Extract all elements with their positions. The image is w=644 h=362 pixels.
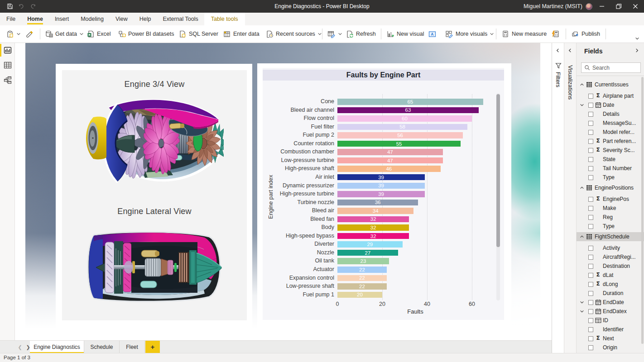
bar-low-pressure-turbine[interactable]: 47 [337, 157, 443, 164]
bar-bleed-air-channel[interactable]: 63 [337, 107, 479, 114]
bar-high-pressure-turbine[interactable]: 39 [337, 191, 425, 197]
field-checkbox[interactable] [588, 336, 593, 341]
field-row-dlat[interactable]: ΣdLat [577, 271, 644, 280]
bar-fuel-pump-1[interactable]: 20 [337, 292, 382, 298]
ribbon-tab-insert[interactable]: Insert [49, 13, 75, 25]
ribbon-button-text-box[interactable] [428, 25, 437, 43]
bar-fuel-pump-2[interactable]: 56 [337, 132, 463, 138]
bar-high-speed-bypass[interactable]: 32 [337, 233, 409, 239]
previous-page-chevron[interactable]: ❮ [16, 341, 24, 353]
bar-turbine-nozzle[interactable]: 36 [337, 200, 418, 206]
ribbon-button-excel[interactable]: Excel [87, 25, 111, 43]
table-row-currentissues[interactable]: CurrentIssues [577, 80, 644, 89]
model-view-button[interactable] [4, 76, 12, 84]
ribbon-tab-external-tools[interactable]: External Tools [157, 13, 204, 25]
bar-diverter[interactable]: 29 [337, 241, 403, 248]
close-button[interactable] [627, 0, 644, 13]
ribbon-tab-help[interactable]: Help [134, 13, 157, 25]
field-row-aircraftregi-[interactable]: AircraftRegi... [577, 252, 644, 262]
field-row-model-refer-[interactable]: Model refer... [577, 128, 644, 137]
field-checkbox[interactable] [588, 273, 593, 278]
ribbon-tab-view[interactable]: View [110, 13, 134, 25]
faults-bar-chart[interactable]: Faults by Engine Part Engine part index … [263, 68, 504, 320]
engine-views-card[interactable]: Engine 3/4 View [56, 64, 252, 340]
field-checkbox[interactable] [588, 246, 593, 251]
field-row-enddate[interactable]: EndDate [577, 298, 644, 307]
field-checkbox[interactable] [588, 197, 593, 202]
visualizations-pane-collapsed[interactable]: Visualizations [564, 43, 576, 353]
field-checkbox[interactable] [588, 327, 593, 332]
field-row-messagesu-[interactable]: MessageSu... [577, 119, 644, 128]
field-row-identifier[interactable]: Identifier [577, 325, 644, 334]
field-row-severity-sc-[interactable]: ΣSeverity Sc... [577, 146, 644, 155]
field-checkbox[interactable] [588, 291, 593, 296]
field-row-next[interactable]: ΣNext [577, 334, 644, 343]
collapse-ribbon-chevron[interactable] [635, 36, 639, 41]
chart-scrollbar-thumb[interactable] [496, 94, 500, 247]
restore-button[interactable] [610, 0, 627, 13]
field-row-id[interactable]: ID [577, 316, 644, 325]
field-checkbox[interactable] [588, 255, 593, 260]
field-checkbox[interactable] [588, 94, 593, 99]
field-checkbox[interactable] [588, 139, 593, 144]
ribbon-tab-home[interactable]: Home [21, 13, 49, 25]
field-checkbox[interactable] [588, 206, 593, 211]
chevron-down-icon[interactable] [580, 309, 584, 314]
field-checkbox[interactable] [588, 175, 593, 180]
field-checkbox[interactable] [588, 121, 593, 126]
field-checkbox[interactable] [588, 345, 593, 350]
bar-body[interactable]: 32 [337, 224, 409, 231]
page-tab-fleet[interactable]: Fleet [120, 341, 145, 353]
expand-visualizations-chevron[interactable] [567, 48, 572, 53]
bar-bleed-fan[interactable]: 32 [337, 216, 409, 223]
ribbon-button-new-visual[interactable]: New visual [387, 25, 424, 43]
field-checkbox[interactable] [588, 309, 593, 314]
field-row-dlong[interactable]: ΣdLong [577, 280, 644, 289]
ribbon-button-new-measure[interactable]: New measure [502, 25, 547, 43]
bar-combustion-chamber[interactable]: 47 [337, 149, 443, 155]
field-checkbox[interactable] [588, 318, 593, 323]
ribbon-tab-modeling[interactable]: Modeling [75, 13, 110, 25]
ribbon-button-enter-data[interactable]: Enter data [223, 25, 260, 43]
field-checkbox[interactable] [588, 166, 593, 171]
chevron-down-icon[interactable] [580, 300, 584, 305]
bar-oil-tank[interactable]: 23 [337, 258, 389, 264]
page-tab-engine-diagnostics[interactable]: Engine Diagnostics [30, 341, 84, 353]
bar-actuator[interactable]: 22 [337, 267, 387, 273]
field-row-details[interactable]: Details [577, 110, 644, 119]
field-checkbox[interactable] [588, 282, 593, 287]
ribbon-button-power-bi-datasets[interactable]: Power BI datasets [118, 25, 174, 43]
signed-in-user[interactable]: Miguel Martinez (MSIT) [524, 0, 582, 13]
field-checkbox[interactable] [588, 103, 593, 108]
page-tab-schedule[interactable]: Schedule [84, 341, 120, 353]
ribbon-button-transform-data[interactable] [327, 25, 342, 43]
chart-scrollbar[interactable] [496, 93, 500, 300]
field-checkbox[interactable] [588, 130, 593, 135]
field-row-airplane-part[interactable]: ΣAirplane part [577, 91, 644, 100]
faults-chart-card[interactable]: Faults by Engine Part Engine part index … [257, 63, 511, 340]
field-row-enddatex[interactable]: EndDatex [577, 307, 644, 316]
bar-flow-control[interactable]: 60 [337, 115, 472, 122]
field-row-destination[interactable]: Destination [577, 262, 644, 271]
ribbon-button-more-visuals[interactable]: More visuals [445, 25, 494, 43]
report-view-button[interactable] [4, 46, 12, 54]
ribbon-tab-table-tools[interactable]: Table tools [204, 13, 245, 25]
field-row-make[interactable]: Make [577, 204, 644, 213]
chevron-up-icon[interactable] [580, 234, 584, 239]
table-row-enginepositions[interactable]: EnginePositions [577, 183, 644, 192]
fields-search-box[interactable]: Search [581, 62, 641, 73]
bar-bleed-air[interactable]: 34 [337, 208, 413, 214]
ribbon-button-publish[interactable]: Publish [572, 25, 600, 43]
ribbon-button-quick-measure[interactable] [552, 25, 559, 43]
field-row-type[interactable]: Type [577, 222, 644, 231]
bar-expansion-control[interactable]: 22 [337, 275, 387, 281]
ribbon-button-refresh[interactable]: Refresh [346, 25, 376, 43]
field-row-tail-number[interactable]: Tail Number [577, 164, 644, 173]
bar-high-pressure-shaft[interactable]: 46 [337, 166, 441, 172]
bar-fuel-filter[interactable]: 58 [337, 124, 467, 130]
field-checkbox[interactable] [588, 264, 593, 269]
bar-low-pressure-shaft[interactable]: 22 [337, 283, 387, 290]
field-row-state[interactable]: State [577, 155, 644, 164]
field-checkbox[interactable] [588, 215, 593, 220]
field-checkbox[interactable] [588, 224, 593, 229]
